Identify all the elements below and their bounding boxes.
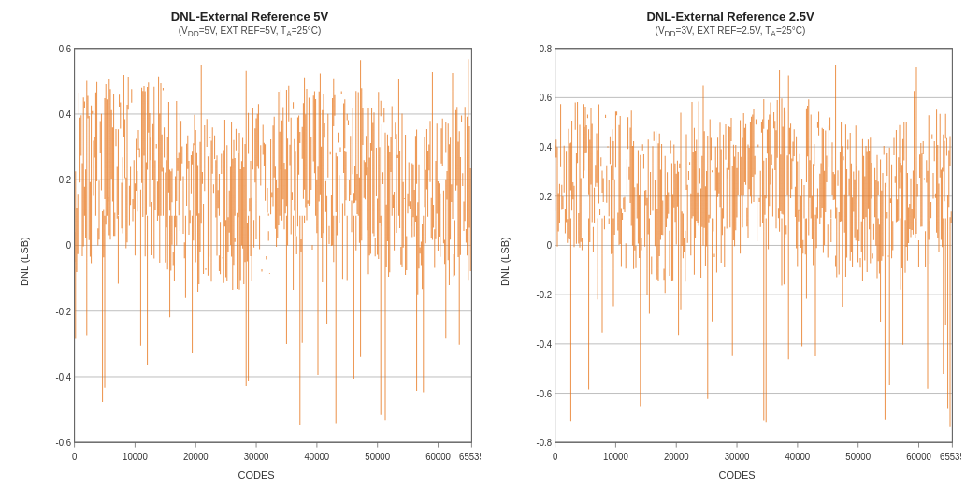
svg-text:30000: 30000 — [244, 451, 269, 462]
svg-text:0: 0 — [553, 451, 558, 462]
y-axis-label-1: DNL (LSB) — [19, 42, 30, 481]
svg-text:60000: 60000 — [906, 451, 931, 462]
svg-text:10000: 10000 — [603, 451, 628, 462]
svg-text:50000: 50000 — [365, 451, 390, 462]
svg-text:0.4: 0.4 — [540, 142, 553, 153]
svg-container-1: 0.60.40.20-0.2-0.4-0.6010000200003000040… — [32, 42, 481, 468]
chart-inner-1: 0.60.40.20-0.2-0.4-0.6010000200003000040… — [32, 42, 481, 481]
svg-text:40000: 40000 — [785, 451, 811, 462]
svg-text:40000: 40000 — [305, 451, 330, 462]
chart-area-2: DNL (LSB)0.80.60.40.20-0.2-0.4-0.6-0.801… — [499, 42, 961, 481]
chart-area-1: DNL (LSB)0.60.40.20-0.2-0.4-0.6010000200… — [19, 42, 481, 481]
svg-text:-0.6: -0.6 — [55, 438, 71, 449]
svg-text:0: 0 — [66, 240, 72, 252]
svg-text:0.8: 0.8 — [540, 43, 553, 54]
chart-title-2: DNL-External Reference 2.5V — [646, 9, 814, 23]
svg-text:-0.2: -0.2 — [55, 306, 71, 317]
charts-container: DNL-External Reference 5V(VDD=5V, EXT RE… — [0, 0, 980, 490]
svg-text:-0.6: -0.6 — [536, 388, 552, 399]
x-axis-label-2: CODES — [512, 469, 961, 481]
chart-wrapper-2: DNL-External Reference 2.5V(VDD=3V, EXT … — [499, 9, 961, 481]
x-axis-label-1: CODES — [32, 469, 481, 481]
svg-text:0.2: 0.2 — [59, 175, 72, 186]
svg-text:0: 0 — [547, 240, 553, 252]
svg-text:30000: 30000 — [725, 451, 750, 462]
svg-text:20000: 20000 — [183, 451, 209, 462]
svg-text:0: 0 — [72, 451, 78, 462]
svg-text:-0.4: -0.4 — [55, 372, 71, 383]
svg-text:20000: 20000 — [664, 451, 689, 462]
chart-title-1: DNL-External Reference 5V — [171, 9, 328, 23]
chart-subtitle-2: (VDD=3V, EXT REF=2.5V, TA=25°C) — [656, 25, 806, 38]
svg-text:50000: 50000 — [845, 451, 871, 462]
svg-text:0.2: 0.2 — [540, 191, 553, 202]
svg-text:-0.2: -0.2 — [536, 290, 552, 301]
svg-text:10000: 10000 — [122, 451, 148, 462]
svg-text:0.6: 0.6 — [59, 43, 72, 54]
svg-text:0.4: 0.4 — [59, 108, 72, 120]
svg-text:0.6: 0.6 — [540, 93, 553, 104]
svg-text:-0.8: -0.8 — [536, 438, 552, 449]
svg-container-2: 0.80.60.40.20-0.2-0.4-0.6-0.801000020000… — [512, 42, 961, 468]
svg-text:65535: 65535 — [459, 451, 481, 462]
y-axis-label-2: DNL (LSB) — [499, 42, 511, 481]
chart-wrapper-1: DNL-External Reference 5V(VDD=5V, EXT RE… — [19, 9, 481, 481]
svg-text:-0.4: -0.4 — [536, 339, 552, 350]
chart-inner-2: 0.80.60.40.20-0.2-0.4-0.6-0.801000020000… — [512, 42, 961, 481]
chart-subtitle-1: (VDD=5V, EXT REF=5V, TA=25°C) — [179, 25, 322, 38]
svg-text:60000: 60000 — [425, 451, 451, 462]
svg-text:65535: 65535 — [940, 451, 961, 462]
